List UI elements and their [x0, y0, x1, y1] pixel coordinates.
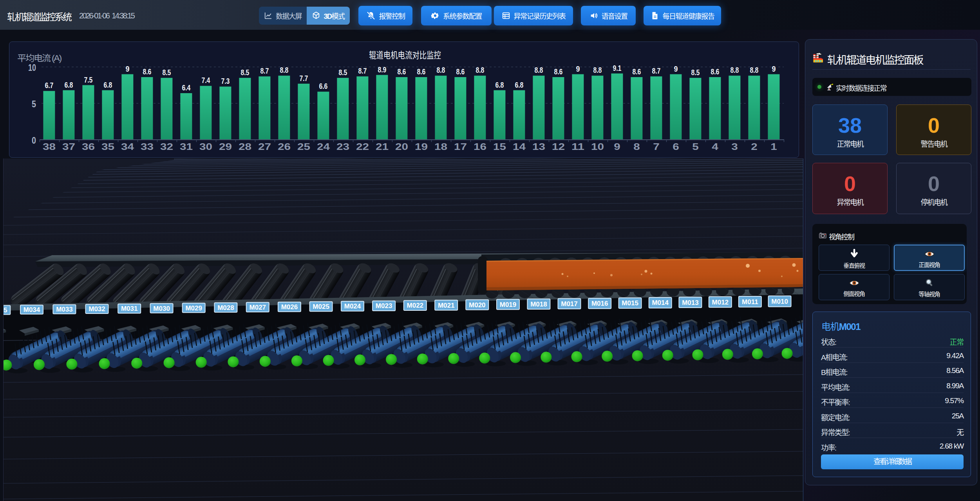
svg-text:8.8: 8.8 [593, 65, 602, 74]
svg-text:7.3: 7.3 [221, 76, 230, 85]
svg-text:7.4: 7.4 [201, 76, 210, 85]
svg-text:28: 28 [239, 141, 251, 152]
svg-text:23: 23 [336, 141, 349, 152]
svg-text:8.5: 8.5 [240, 68, 249, 77]
svg-text:20: 20 [395, 141, 408, 152]
svg-text:M016: M016 [591, 300, 608, 307]
svg-text:9: 9 [614, 141, 620, 152]
svg-text:32: 32 [160, 141, 173, 152]
svg-text:M031: M031 [121, 305, 138, 312]
svg-text:8.6: 8.6 [632, 67, 641, 76]
svg-text:4: 4 [712, 141, 718, 152]
svg-text:6.8: 6.8 [103, 80, 112, 89]
svg-text:6.8: 6.8 [495, 80, 504, 89]
svg-text:6.4: 6.4 [182, 83, 190, 92]
svg-text:36: 36 [82, 141, 95, 152]
svg-text:M017: M017 [561, 300, 578, 308]
svg-text:15: 15 [493, 141, 506, 152]
svg-text:8.9: 8.9 [378, 65, 386, 74]
svg-text:17: 17 [454, 141, 467, 152]
svg-text:25: 25 [297, 141, 310, 152]
svg-text:5: 5 [32, 99, 36, 109]
svg-text:27: 27 [258, 141, 271, 152]
svg-text:33: 33 [141, 141, 154, 152]
svg-text:8.8: 8.8 [280, 65, 288, 74]
svg-text:16: 16 [474, 141, 486, 152]
svg-text:M015: M015 [622, 299, 638, 307]
svg-text:8.7: 8.7 [652, 66, 660, 75]
svg-text:0: 0 [32, 135, 36, 146]
svg-text:5: 5 [692, 141, 699, 152]
svg-text:8.5: 8.5 [691, 68, 700, 77]
svg-text:9: 9 [125, 64, 129, 73]
svg-text:9: 9 [674, 64, 678, 73]
svg-text:M029: M029 [185, 305, 202, 312]
svg-text:8.5: 8.5 [162, 68, 171, 77]
svg-text:8.8: 8.8 [476, 65, 484, 74]
svg-text:7: 7 [653, 141, 660, 152]
svg-text:11: 11 [571, 141, 584, 152]
svg-text:M011: M011 [742, 298, 758, 306]
svg-text:8.6: 8.6 [417, 67, 425, 76]
svg-text:8.8: 8.8 [436, 65, 445, 74]
svg-text:21: 21 [376, 141, 389, 152]
svg-text:8.7: 8.7 [260, 66, 269, 75]
svg-text:8.7: 8.7 [358, 66, 367, 75]
svg-text:7.7: 7.7 [299, 74, 308, 83]
svg-text:2: 2 [751, 141, 758, 152]
svg-text:34: 34 [121, 141, 134, 152]
svg-text:8.6: 8.6 [456, 67, 465, 76]
svg-text:M020: M020 [469, 301, 486, 309]
svg-text:平均电流 (A): 平均电流 (A) [17, 53, 61, 63]
svg-text:3: 3 [731, 141, 738, 152]
svg-text:31: 31 [180, 141, 193, 152]
svg-text:8.6: 8.6 [143, 67, 151, 76]
svg-text:14: 14 [513, 141, 526, 152]
svg-text:30: 30 [199, 141, 212, 152]
svg-text:M018: M018 [530, 301, 547, 308]
svg-text:6.7: 6.7 [45, 81, 53, 90]
svg-text:18: 18 [434, 141, 447, 152]
svg-text:9: 9 [576, 64, 580, 73]
svg-text:M010: M010 [771, 298, 788, 305]
svg-text:24: 24 [317, 141, 330, 152]
svg-text:M030: M030 [153, 305, 170, 312]
svg-text:M027: M027 [250, 304, 266, 311]
svg-text:1: 1 [770, 141, 777, 152]
svg-text:8.8: 8.8 [730, 65, 739, 74]
svg-text:19: 19 [415, 141, 428, 152]
svg-text:9.1: 9.1 [613, 63, 621, 72]
svg-text:22: 22 [356, 141, 369, 152]
svg-text:6.6: 6.6 [319, 81, 327, 90]
svg-text:10: 10 [28, 62, 36, 73]
svg-text:M014: M014 [652, 299, 669, 306]
svg-text:8.6: 8.6 [711, 67, 719, 76]
svg-text:6.8: 6.8 [515, 80, 523, 89]
svg-text:6.8: 6.8 [64, 80, 73, 89]
svg-text:M012: M012 [712, 299, 729, 306]
svg-text:13: 13 [532, 141, 545, 152]
svg-text:M033: M033 [56, 306, 73, 313]
svg-text:M032: M032 [89, 305, 105, 313]
svg-text:38: 38 [43, 141, 56, 152]
svg-text:M026: M026 [281, 303, 298, 311]
svg-text:10: 10 [591, 141, 604, 152]
svg-text:7.5: 7.5 [84, 75, 92, 84]
svg-text:M019: M019 [500, 301, 517, 308]
svg-text:9: 9 [772, 64, 776, 73]
svg-text:M028: M028 [217, 304, 234, 312]
svg-text:辊道电机电流对比监控: 辊道电机电流对比监控 [369, 50, 441, 60]
svg-text:37: 37 [62, 141, 75, 152]
svg-text:8.8: 8.8 [750, 65, 758, 74]
svg-text:M035: M035 [4, 306, 7, 314]
svg-text:8.6: 8.6 [397, 67, 406, 76]
svg-text:M034: M034 [24, 306, 40, 314]
svg-text:M013: M013 [682, 299, 699, 306]
svg-text:26: 26 [278, 141, 291, 152]
svg-text:8.6: 8.6 [554, 67, 562, 76]
svg-text:35: 35 [101, 141, 114, 152]
svg-text:29: 29 [219, 141, 232, 152]
svg-text:M021: M021 [438, 302, 455, 309]
svg-text:6: 6 [673, 141, 679, 152]
svg-text:M024: M024 [344, 303, 361, 310]
